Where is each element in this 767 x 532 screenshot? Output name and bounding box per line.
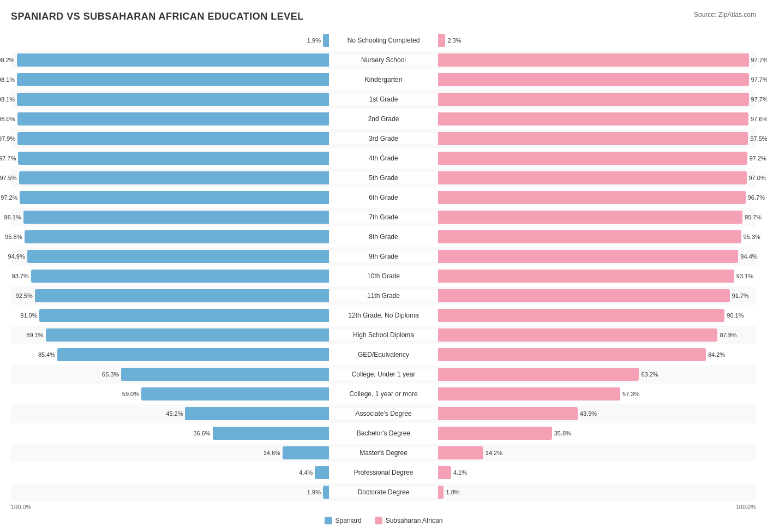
bar-row: 45.2% Associate's Degree 43.9% bbox=[11, 404, 756, 423]
right-section: 57.3% bbox=[438, 386, 756, 402]
bar-row: 91.0% 12th Grade, No Diploma 90.1% bbox=[11, 306, 756, 325]
bar-center-label: 5th Grade bbox=[329, 172, 438, 183]
bar-right: 1.8% bbox=[438, 486, 444, 499]
bar-row: 94.9% 9th Grade 94.4% bbox=[11, 247, 756, 266]
bar-label-left: 96.1% bbox=[4, 214, 21, 220]
bars-wrapper: 14.6% Master's Degree 14.2% bbox=[11, 445, 756, 461]
bar-label-right: 94.4% bbox=[740, 253, 757, 260]
x-axis-left: 100.0% bbox=[11, 504, 31, 510]
bar-label-left: 94.9% bbox=[8, 253, 25, 260]
bar-left: 97.9% bbox=[17, 132, 329, 145]
bar-row: 98.2% Nursery School 97.7% bbox=[11, 51, 756, 69]
chart-header: SPANIARD VS SUBSAHARAN AFRICAN EDUCATION… bbox=[11, 11, 756, 22]
bar-label-right: 87.9% bbox=[720, 332, 736, 338]
bar-row: 36.6% Bachelor's Degree 35.8% bbox=[11, 424, 756, 443]
bars-wrapper: 97.5% 5th Grade 97.0% bbox=[11, 170, 756, 186]
left-section: 97.2% bbox=[11, 190, 329, 205]
legend-subsaharan-label: Subsaharan African bbox=[386, 517, 443, 524]
bar-left: 4.4% bbox=[315, 466, 329, 479]
right-section: 94.4% bbox=[438, 249, 756, 264]
left-section: 97.5% bbox=[11, 170, 329, 186]
bar-row: 98.1% Kindergarten 97.7% bbox=[11, 70, 756, 89]
bar-row: 14.6% Master's Degree 14.2% bbox=[11, 444, 756, 462]
left-section: 97.7% bbox=[11, 151, 329, 166]
bar-label-left: 93.7% bbox=[12, 273, 29, 279]
bar-label-right: 84.2% bbox=[708, 351, 725, 358]
bars-wrapper: 89.1% High School Diploma 87.9% bbox=[11, 327, 756, 343]
bar-label-right: 63.2% bbox=[641, 371, 658, 378]
bar-label-left: 97.2% bbox=[1, 194, 17, 201]
right-section: 14.2% bbox=[438, 445, 756, 461]
bar-row: 85.4% GED/Equivalency 84.2% bbox=[11, 345, 756, 364]
bar-label-left: 98.1% bbox=[0, 96, 15, 103]
bar-left: 92.5% bbox=[35, 289, 329, 302]
bars-wrapper: 91.0% 12th Grade, No Diploma 90.1% bbox=[11, 308, 756, 323]
right-section: 97.7% bbox=[438, 52, 756, 68]
bar-label-left: 1.9% bbox=[307, 37, 321, 44]
left-section: 98.0% bbox=[11, 111, 329, 127]
bar-right: 94.4% bbox=[438, 250, 738, 263]
bars-wrapper: 98.1% 1st Grade 97.7% bbox=[11, 92, 756, 107]
x-axis-right: 100.0% bbox=[736, 504, 756, 510]
bar-left: 65.3% bbox=[121, 368, 329, 381]
bar-right: 43.9% bbox=[438, 407, 578, 420]
bar-label-right: 97.5% bbox=[750, 135, 767, 142]
right-section: 2.3% bbox=[438, 33, 756, 48]
right-section: 97.5% bbox=[438, 131, 756, 146]
bar-label-right: 97.7% bbox=[751, 76, 767, 83]
bar-left: 14.6% bbox=[283, 446, 329, 459]
left-section: 98.2% bbox=[11, 52, 329, 68]
bar-row: 65.3% College, Under 1 year 63.2% bbox=[11, 365, 756, 384]
bar-row: 1.9% Doctorate Degree 1.8% bbox=[11, 483, 756, 501]
right-section: 97.0% bbox=[438, 170, 756, 186]
bar-label-right: 14.2% bbox=[486, 450, 502, 456]
bar-label-left: 89.1% bbox=[26, 332, 43, 338]
bars-wrapper: 65.3% College, Under 1 year 63.2% bbox=[11, 367, 756, 382]
bar-row: 93.7% 10th Grade 93.1% bbox=[11, 267, 756, 285]
left-section: 1.9% bbox=[11, 33, 329, 48]
bar-row: 92.5% 11th Grade 91.7% bbox=[11, 286, 756, 305]
left-section: 96.1% bbox=[11, 210, 329, 225]
bar-label-right: 95.7% bbox=[745, 214, 762, 220]
bar-right: 2.3% bbox=[438, 34, 445, 47]
bars-wrapper: 1.9% No Schooling Completed 2.3% bbox=[11, 33, 756, 48]
bar-left: 97.7% bbox=[18, 152, 329, 165]
chart-container: SPANIARD VS SUBSAHARAN AFRICAN EDUCATION… bbox=[11, 11, 756, 524]
right-section: 87.9% bbox=[438, 327, 756, 343]
bar-left: 98.1% bbox=[17, 73, 329, 86]
bar-label-right: 91.7% bbox=[732, 292, 749, 299]
bar-left: 98.2% bbox=[17, 53, 329, 67]
bar-left: 1.9% bbox=[323, 486, 329, 499]
left-section: 92.5% bbox=[11, 288, 329, 303]
bars-wrapper: 4.4% Professional Degree 4.1% bbox=[11, 465, 756, 480]
bar-left: 91.0% bbox=[39, 309, 329, 322]
right-section: 97.2% bbox=[438, 151, 756, 166]
bar-center-label: 4th Grade bbox=[329, 153, 438, 164]
bar-row: 98.0% 2nd Grade 97.6% bbox=[11, 110, 756, 128]
bar-label-left: 98.1% bbox=[0, 76, 15, 83]
bars-wrapper: 96.1% 7th Grade 95.7% bbox=[11, 210, 756, 225]
bar-left: 89.1% bbox=[46, 328, 329, 342]
left-section: 1.9% bbox=[11, 485, 329, 500]
left-section: 85.4% bbox=[11, 347, 329, 362]
chart-source: Source: ZipAtlas.com bbox=[694, 11, 756, 19]
bar-label-left: 92.5% bbox=[16, 292, 33, 299]
bar-left: 59.0% bbox=[141, 387, 329, 401]
left-section: 98.1% bbox=[11, 92, 329, 107]
bar-left: 98.1% bbox=[17, 93, 329, 106]
right-section: 95.7% bbox=[438, 210, 756, 225]
bar-right: 97.6% bbox=[438, 112, 748, 125]
bar-left: 45.2% bbox=[185, 407, 329, 420]
right-section: 43.9% bbox=[438, 406, 756, 421]
bar-center-label: 1st Grade bbox=[329, 94, 438, 105]
legend-spaniard-box bbox=[325, 517, 332, 524]
chart-legend: Spaniard Subsaharan African bbox=[11, 517, 756, 524]
bar-right: 87.9% bbox=[438, 328, 717, 342]
bar-center-label: 7th Grade bbox=[329, 212, 438, 223]
bar-left: 96.1% bbox=[23, 211, 329, 224]
right-section: 35.8% bbox=[438, 426, 756, 441]
bar-right: 84.2% bbox=[438, 348, 706, 361]
bar-center-label: Nursery School bbox=[329, 55, 438, 65]
left-section: 98.1% bbox=[11, 72, 329, 87]
left-section: 91.0% bbox=[11, 308, 329, 323]
